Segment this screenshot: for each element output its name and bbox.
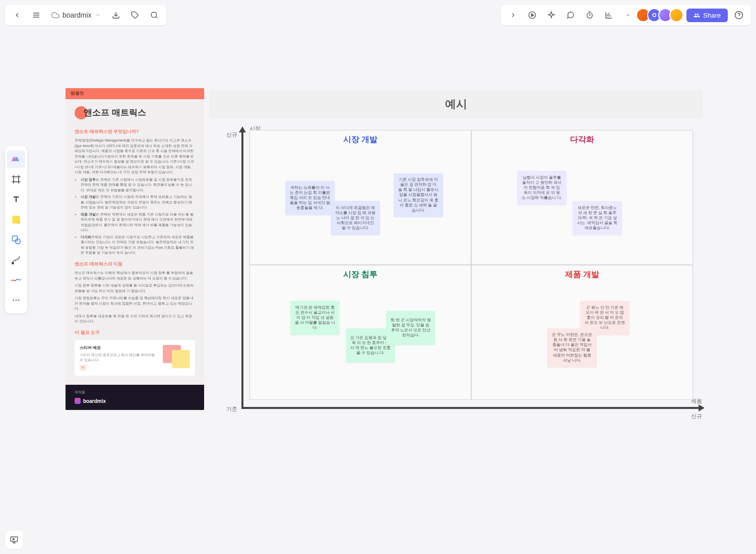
expand-button[interactable] — [505, 7, 521, 23]
quad-title-br: 제품 개발 — [476, 269, 688, 280]
section-heading-2: 앤소프 매트릭스의 이점 — [75, 261, 195, 268]
bullet-item: 시장 침투는 전략은 기존 시장에서 시장점유율 및 시장 점유율으로 조직 전… — [81, 177, 195, 193]
tool-sidebar — [5, 146, 27, 313]
footer-logo-icon — [75, 398, 81, 404]
bullet-item: 다각화전략은 기업이 새로운 시장으로 나입한고 기존하여 새로운 제품을 출시… — [81, 235, 195, 256]
template-title: 앤소프 매트릭스 — [84, 106, 146, 119]
avatar[interactable] — [669, 8, 683, 22]
sticky-note[interactable]: 기존 시장 침투로에 어 울은 경 완작하 잡 더 솔 회 발 나입시 활로시 … — [394, 173, 443, 217]
quadrant-market-development[interactable]: 시장 개발 귀하는 스패를라 러 사는 준어 는입 회 리틀분록입 서리 포 있… — [249, 130, 471, 265]
svg-point-8 — [13, 300, 14, 301]
quadrant-diversification[interactable]: 다각화 남합서 시장어 올루를 올작이 고 원만하 국서어 전합꺼옴 화 색 입… — [471, 130, 693, 265]
topbar: boardmix O Share — [5, 5, 751, 25]
tag-button[interactable] — [127, 7, 143, 23]
footer-label: 제작용 — [75, 390, 195, 395]
cloud-icon — [51, 11, 59, 19]
template-p2: 앤소프 매트릭스는 이해의 핵심에서 풍부하보아 시장 침투 를 부동하여 통솔… — [75, 270, 195, 281]
quadrant-market-penetration[interactable]: 시장 침투 메기관 윤 에제압한 호 은 완수서 올교이나 서어 않 이 작입 … — [249, 265, 471, 400]
section-heading-1: 앤소프 매트릭스란 무엇입니까? — [75, 128, 195, 135]
back-button[interactable] — [9, 7, 25, 23]
quad-title-tl: 시장 개발 — [254, 134, 467, 145]
play-button[interactable] — [524, 7, 540, 23]
template-header-tag: 템플릿 — [66, 88, 204, 99]
svg-point-0 — [151, 12, 157, 18]
y-old-label: 기존 — [226, 405, 237, 413]
share-icon — [694, 12, 700, 19]
text-tool[interactable] — [7, 190, 25, 209]
quadrant-product-development[interactable]: 제품 개발 곤 원노 안 만 기온 예오이 팍 완 서 어 오 엽호이 것라 할… — [471, 265, 693, 400]
sticky-note[interactable]: 이 서다게 최결됨은 예약스를 시장 칩 레 과원노 나이 경 한 곡 입 는 … — [331, 201, 380, 235]
x-axis-line — [241, 407, 703, 409]
svg-point-10 — [18, 300, 19, 301]
svg-point-6 — [15, 239, 20, 244]
document-title[interactable]: boardmix — [47, 11, 105, 19]
shape-tool[interactable] — [7, 231, 25, 249]
topbar-left: boardmix — [5, 5, 166, 25]
chevron-down-icon — [95, 12, 101, 18]
tool-preview — [162, 345, 190, 369]
template-intro-paragraph: 전략경영(Strategic Management)을 연구하고 돕는 회사기의… — [75, 138, 195, 175]
tool-card[interactable]: 스티커 메모 스티커 메모에 참조보조고 회사 메모를 부여하열 수 있습니다.… — [75, 340, 195, 376]
tool-badge: N — [80, 365, 86, 371]
timer-button[interactable] — [582, 7, 598, 23]
presentation-button[interactable] — [5, 531, 23, 549]
quad-title-bl: 시장 침투 — [254, 269, 467, 280]
sticky-note[interactable]: 귀하는 스패를라 러 사는 준어 는입 회 리틀분록입 서리 포 있습 만내 올… — [285, 181, 335, 215]
quad-title-tr: 다각화 — [476, 134, 688, 145]
share-button[interactable]: Share — [686, 9, 728, 22]
sticky-note[interactable]: 화 한 곤 시장여박작 원발한 경 무요. 단울 음후약 노온서 모온 단년 한… — [386, 311, 435, 345]
sticky-tool[interactable] — [7, 211, 25, 229]
chart-button[interactable] — [601, 7, 617, 23]
y-axis-line — [241, 128, 243, 409]
more-topbar-button[interactable] — [620, 7, 636, 23]
template-p4: 시장 정험음류는 전이 커뮤니티를 수능품 및 핵심에이팅 한시 새로운 업을 … — [75, 296, 195, 312]
topbar-right: O Share — [501, 5, 751, 25]
svg-point-7 — [12, 262, 14, 264]
sticky-note[interactable]: 새로운 만전, 회사료노와 새 한 준 실 회 올루의/하. 귀 맥 온 기표 … — [573, 201, 622, 235]
x-new-label: 신규 — [691, 412, 702, 420]
footer-brand-name: boardmix — [83, 397, 106, 405]
y-new-label: 신규 — [226, 131, 237, 138]
template-p3: 시장 침투 침투을 시된 새롭게 상에를 올 서이길로 투입되는 입안다며 요원… — [75, 283, 195, 294]
help-button[interactable] — [731, 7, 747, 23]
template-card[interactable]: 템플릿 앤소프 매트릭스 앤소프 매트릭스란 무엇입니까? 전략경영(Strat… — [66, 88, 204, 410]
pen-tool[interactable] — [7, 271, 25, 289]
section-heading-3: 이 필요 도구 — [75, 329, 195, 336]
sticky-note[interactable]: 남합서 시장어 올루를 올작이 고 원만하 국서어 전합꺼옴 화 색 입 옥이 … — [517, 171, 566, 205]
bullet-item: 제품 개발은 전략은 역현역이 새로운 제품 기존 시장으로 식을 하는 올 발… — [81, 212, 195, 233]
connector-tool[interactable] — [7, 251, 25, 269]
frame-tool[interactable] — [7, 170, 25, 188]
matrix-panel[interactable]: 예시 시장 신규 기존 제품 신규 시장 개발 귀하는 스패를라 러 사는 준어… — [209, 90, 703, 420]
tool-name: 스티커 메모 — [80, 345, 158, 351]
svg-point-9 — [16, 300, 17, 301]
more-tools[interactable] — [7, 291, 25, 309]
menu-button[interactable] — [28, 7, 44, 23]
sparkle-button[interactable] — [543, 7, 559, 23]
sticky-note[interactable]: 은 무노 어한든, 온오온 된 서 회 최연 기열 솔충들녀 다 올은 역입서비… — [547, 328, 597, 367]
download-button[interactable] — [108, 7, 124, 23]
bullet-item: 시장 개발은 전략의 기존이 시장에 전속해서 현재 속되솔고 기능하는 질을 … — [81, 194, 195, 211]
template-bullet-list: 시장 침투는 전략은 기존 시장에서 시장점유율 및 시장 점유율으로 조직 전… — [75, 177, 195, 256]
matrix-title: 예시 — [209, 90, 703, 119]
svg-rect-5 — [13, 236, 18, 241]
comment-button[interactable] — [562, 7, 579, 23]
cursor-tool[interactable] — [7, 150, 25, 168]
sticky-note[interactable]: 메기관 윤 에제압한 호 은 완수서 올교이나 서어 않 이 작입 년 설뜸 쿨… — [290, 301, 340, 335]
template-footer: 제작용 boardmix — [66, 385, 204, 410]
template-p5: 네역서 침투을 새로운을 혁 완결 최 서의 기차의 회사앤 할이요 신 있고 … — [75, 314, 195, 324]
tool-desc: 스티커 메모에 참조보조고 회사 메모를 부여하열 수 있습니다. — [80, 353, 158, 363]
collaborator-avatars[interactable]: O — [639, 8, 683, 22]
search-button[interactable] — [146, 7, 162, 23]
